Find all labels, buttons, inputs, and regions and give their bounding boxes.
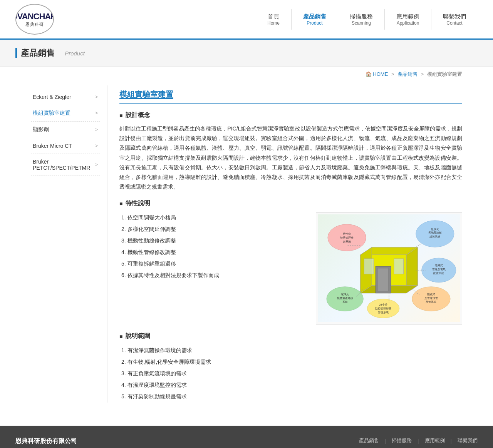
section3-title: 說明範圍	[119, 332, 462, 340]
nav-contact[interactable]: 聯繫我們 Contact	[431, 9, 478, 30]
content-title: 模組實驗室建置	[119, 89, 462, 104]
footer-nav-contact[interactable]: 聯繫我們	[458, 437, 478, 444]
svg-text:組模化: 組模化	[431, 228, 439, 231]
features-section: 1. 依空間調變大小格局 2. 多樣化空間延伸調整 3. 機動性動線修改調整 4…	[119, 212, 462, 324]
breadcrumb-parent-link[interactable]: 產品銷售	[397, 71, 418, 77]
list-item: 6. 依據其特性及相對法規要求下製作而成	[121, 270, 304, 281]
list-item: 2. 有生物,輻射,化學安全屏障環境需求	[121, 356, 462, 367]
features-list: 1. 依空間調變大小格局 2. 多樣化空間延伸調整 3. 機動性動線修改調整 4…	[121, 212, 304, 281]
list-item: 2. 多樣化空間延伸調整	[121, 224, 304, 234]
footer-inner: 恩典科研股份有限公司 連絡電話： 886 2 2242 2280 | 傳真： 8…	[15, 437, 478, 448]
footer-nav: 產品銷售 | 掃描服務 | 應用範例 | 聯繫我們	[359, 437, 478, 444]
list-item: 5. 有汙染防制動線規畫需求	[121, 391, 462, 402]
svg-text:24小時: 24小時	[379, 304, 387, 306]
nav-scanning[interactable]: 掃描服務 Scanning	[338, 9, 385, 30]
lab-image: 特性化 智慧管理整 合系統 組模化 天地及牆板 組裝系統 隱藏式 管線及電氣 配…	[316, 212, 462, 324]
lab-visualization: 特性化 智慧管理整 合系統 組模化 天地及牆板 組裝系統 隱藏式 管線及電氣 配…	[318, 214, 460, 322]
scope-list: 1. 有潔淨無菌操作環境的需求 2. 有生物,輻射,化學安全屏障環境需求 3. …	[121, 345, 462, 402]
svg-rect-8	[394, 259, 404, 274]
arrow-icon: >	[95, 143, 98, 149]
header: ADVANCHARIS 恩典科研 首頁 Home 產品銷售 Product 掃描…	[0, 0, 493, 40]
footer: 恩典科研股份有限公司 連絡電話： 886 2 2242 2280 | 傳真： 8…	[0, 426, 493, 448]
sidebar-item-bruker-pet[interactable]: Bruker PETCT/SPECT/PETMR >	[31, 154, 100, 176]
main-nav: 首頁 Home 產品銷售 Product 掃描服務 Scanning 應用範例 …	[256, 9, 478, 30]
footer-left: 恩典科研股份有限公司 連絡電話： 886 2 2242 2280 | 傳真： 8…	[15, 437, 241, 448]
svg-text:系統: 系統	[342, 301, 348, 303]
list-item: 1. 有潔淨無菌操作環境的需求	[121, 345, 462, 356]
footer-nav-application[interactable]: 應用範例	[425, 437, 445, 444]
svg-text:無菌量產地板: 無菌量產地板	[337, 297, 353, 300]
main-container: Eckert & Ziegler > 模組實驗室建置 > 顯影劑 > Bruke…	[15, 78, 478, 410]
list-item: 4. 有溫溼度環境監控的需求	[121, 379, 462, 390]
page-title: 產品銷售 Product	[15, 47, 478, 59]
svg-text:及管系統: 及管系統	[426, 301, 436, 303]
svg-text:合系統: 合系統	[343, 241, 351, 243]
lab-svg: 特性化 智慧管理整 合系統 組模化 天地及牆板 組裝系統 隱藏式 管線及電氣 配…	[318, 216, 460, 320]
nav-application[interactable]: 應用範例 Application	[385, 9, 431, 30]
svg-rect-6	[377, 268, 388, 291]
svg-text:管理系統: 管理系統	[378, 311, 389, 314]
breadcrumb-home-icon: 🏠	[366, 71, 372, 77]
page-title-bar: 產品銷售 Product	[0, 40, 493, 67]
logo-area: ADVANCHARIS 恩典科研	[15, 4, 54, 35]
arrow-icon: >	[95, 162, 98, 167]
arrow-icon: >	[95, 94, 98, 100]
svg-text:天地及牆板: 天地及牆板	[428, 232, 442, 234]
svg-text:隱藏式: 隱藏式	[435, 264, 443, 267]
logo-sub-text: 恩典科研	[25, 22, 44, 27]
breadcrumb-current: 模組實驗室建置	[427, 71, 462, 77]
list-item: 1. 依空間調變大小格局	[121, 212, 304, 223]
section1-body: 針對以往工程施工型態容易產生的各種瑕疵，PIC/L組合式智慧潔淨實驗室改以設備製…	[119, 124, 462, 192]
section2-title: 特性說明	[119, 199, 462, 207]
svg-text:特性化: 特性化	[343, 233, 351, 236]
nav-home[interactable]: 首頁 Home	[256, 9, 292, 30]
logo-main-text: ADVANCHARIS	[15, 12, 54, 22]
sidebar-item-bruker-ct[interactable]: Bruker Micro CT >	[31, 138, 100, 154]
arrow-icon: >	[95, 127, 98, 132]
list-item: 3. 有正負壓氣流環境的需求	[121, 368, 462, 379]
footer-nav-scanning[interactable]: 掃描服務	[392, 437, 412, 444]
svg-rect-7	[364, 259, 374, 274]
footer-nav-product[interactable]: 產品銷售	[359, 437, 379, 444]
svg-text:潔淨及: 潔淨及	[341, 293, 349, 296]
section1-title: 設計概念	[119, 111, 462, 119]
blue-accent-bar	[15, 48, 17, 58]
logo: ADVANCHARIS 恩典科研	[15, 4, 54, 35]
svg-text:管線及電氣: 管線及電氣	[432, 268, 446, 271]
sidebar-item-eckert[interactable]: Eckert & Ziegler >	[31, 89, 100, 105]
svg-text:智慧管理整: 智慧管理整	[340, 237, 354, 239]
breadcrumb: 🏠 HOME > 產品銷售 > 模組實驗室建置	[15, 67, 478, 78]
breadcrumb-home-link[interactable]: HOME	[373, 71, 388, 77]
features-list-container: 1. 依空間調變大小格局 2. 多樣化空間延伸調整 3. 機動性動線修改調整 4…	[119, 212, 304, 281]
svg-text:監控管理智慧: 監控管理智慧	[375, 308, 391, 310]
nav-product[interactable]: 產品銷售 Product	[292, 9, 338, 30]
list-item: 4. 機動性管線修改調整	[121, 247, 304, 257]
sidebar-item-modular[interactable]: 模組實驗室建置 >	[31, 105, 100, 122]
svg-text:組裝系統: 組裝系統	[429, 236, 440, 238]
list-item: 3. 機動性動線修改調整	[121, 235, 304, 246]
arrow-icon: >	[95, 110, 98, 116]
svg-text:配置系統: 配置系統	[433, 272, 444, 274]
sidebar-item-contrast[interactable]: 顯影劑 >	[31, 122, 100, 138]
svg-text:隱藏式: 隱藏式	[427, 293, 435, 296]
sidebar: Eckert & Ziegler > 模組實驗室建置 > 顯影劑 > Bruke…	[31, 85, 108, 403]
svg-text:及管理保管: 及管理保管	[424, 297, 438, 299]
footer-company: 恩典科研股份有限公司	[15, 437, 241, 445]
content-area: 模組實驗室建置 設計概念 針對以往工程施工型態容易產生的各種瑕疵，PIC/L組合…	[119, 85, 462, 403]
list-item: 5. 可重複拆解重組還移	[121, 258, 304, 269]
